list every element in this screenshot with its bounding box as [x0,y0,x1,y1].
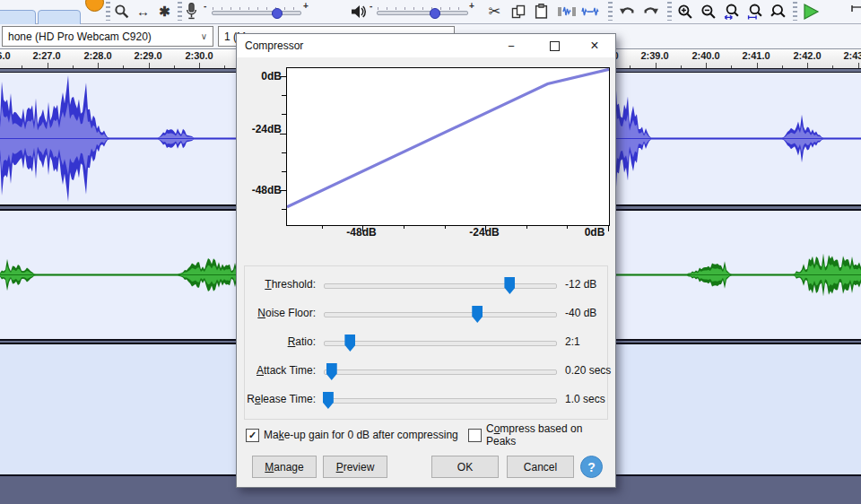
ratio-slider[interactable] [324,341,557,346]
noise-floor-slider[interactable] [324,312,557,317]
main-toolbar: ↔ ✱ - + - + ✂ [0,0,861,24]
threshold-thumb[interactable] [504,277,515,294]
play-volume-minus: - [370,1,372,11]
zoom-out-button[interactable] [698,1,718,22]
timeshift-tool-button[interactable]: ↔ [133,1,153,22]
zoom-in-button[interactable] [674,1,695,22]
compressor-dialog: Compressor − × 0dB -24dB -48dB -48dB -24… [236,33,616,488]
timeline-label: 2:40.0 [691,50,719,61]
x-axis-label: 0dB [585,226,605,239]
x-axis-label: -24dB [469,226,499,239]
speaker-icon [351,4,367,19]
makeup-gain-checkbox[interactable]: ✓ Make-up gain for 0 dB after compressin… [246,427,458,443]
minimize-button[interactable]: − [496,34,526,57]
timeline-label: 2:43.0 [843,50,861,61]
help-button[interactable]: ? [580,456,603,478]
record-icon[interactable] [85,0,104,12]
release-time-label: Release Time: [237,393,316,405]
rec-volume-plus: + [303,1,309,11]
multitool-icon: ✱ [159,4,170,18]
release-time-thumb[interactable] [323,392,334,409]
zoom-toggle-button[interactable] [768,1,788,22]
cut-button[interactable]: ✂ [484,1,505,22]
compress-peaks-label: Compress based on Peaks [486,422,615,448]
fit-project-icon [747,4,763,20]
attack-time-row: Attack Time: 0.20 secs [237,361,615,382]
toolbar-grip[interactable] [793,2,797,21]
y-axis-label: -24dB [237,123,282,135]
zoom-tool-button[interactable] [111,1,132,22]
input-device-value: hone (HD Pro Webcam C920) [8,30,152,43]
undo-button[interactable] [617,1,638,22]
fit-selection-button[interactable] [721,1,742,22]
trim-audio-icon [558,5,576,18]
noise-floor-value: -40 dB [565,307,596,319]
play-volume-plus: + [469,1,474,11]
noise-floor-label: Noise Floor: [237,307,316,319]
microphone-icon [186,3,197,20]
attack-time-label: Attack Time: [237,364,316,377]
speed-slider-icon [850,4,861,19]
toolbar-grip[interactable] [106,2,110,21]
checkbox-icon[interactable] [468,429,482,442]
paste-button[interactable] [531,1,552,22]
attack-time-thumb[interactable] [326,363,337,380]
speed-slider-partial[interactable] [847,1,861,22]
release-time-row: Release Time: 1.0 secs [237,389,615,411]
compress-peaks-checkbox[interactable]: Compress based on Peaks [468,427,615,443]
ok-button[interactable]: OK [431,456,499,478]
play-at-speed-button[interactable] [800,1,821,22]
fit-selection-icon [724,4,740,20]
noise-floor-row: Noise Floor: -40 dB [237,303,615,325]
audacity-window: ↔ ✱ - + - + ✂ [0,0,861,504]
paste-icon [535,4,548,19]
threshold-label: Threshold: [237,278,316,291]
maximize-button[interactable] [539,34,570,57]
recording-volume-knob[interactable] [272,8,283,19]
scissors-icon: ✂ [489,4,500,19]
ratio-label: Ratio: [237,335,316,348]
playback-volume-knob[interactable] [430,8,440,19]
timeline-label: 2:41.0 [742,50,770,61]
y-axis-label: -48dB [237,184,282,196]
slider-ticks [213,7,300,10]
manage-button[interactable]: Manage [252,456,317,478]
close-button[interactable]: × [579,34,610,57]
cancel-button[interactable]: Cancel [507,456,574,478]
silence-audio-button[interactable] [579,1,600,22]
threshold-row: Threshold: -12 dB [237,274,615,296]
attack-time-slider[interactable] [324,369,557,375]
redo-button[interactable] [640,1,661,22]
checkbox-icon[interactable]: ✓ [246,429,259,442]
recording-volume-slider[interactable] [212,11,301,15]
input-device-select[interactable]: hone (HD Pro Webcam C920) ∨ [2,26,213,47]
zoom-in-icon [677,4,693,20]
release-time-value: 1.0 secs [565,393,605,405]
timeline-label: 2:28.0 [83,50,111,61]
toolbar-grip[interactable] [608,2,613,21]
y-axis-label: 0dB [237,70,282,83]
ratio-value: 2:1 [565,335,580,348]
threshold-slider[interactable] [324,283,557,289]
trim-audio-button[interactable] [556,1,577,22]
timeshift-icon: ↔ [136,4,150,18]
toolbar-grip[interactable] [667,2,672,21]
zoom-out-icon [700,4,717,20]
undo-icon [619,4,636,18]
play-icon [802,3,820,21]
ratio-thumb[interactable] [344,335,355,352]
noise-floor-thumb[interactable] [472,306,483,323]
release-time-slider[interactable] [324,398,557,404]
timeline-label: 2:42.0 [793,50,821,61]
copy-button[interactable] [508,1,528,22]
attack-time-value: 0.20 secs [565,364,611,377]
zoom-toggle-icon [770,4,787,20]
rec-volume-minus: - [204,1,206,11]
fit-project-button[interactable] [744,1,765,22]
playback-volume-slider[interactable] [377,11,468,15]
compression-curve-plot [286,67,610,226]
chevron-down-icon: ∨ [194,31,207,41]
timeline-label: 2:26.0 [0,50,11,61]
preview-button[interactable]: Preview [323,456,387,478]
multi-tool-button[interactable]: ✱ [154,1,175,22]
